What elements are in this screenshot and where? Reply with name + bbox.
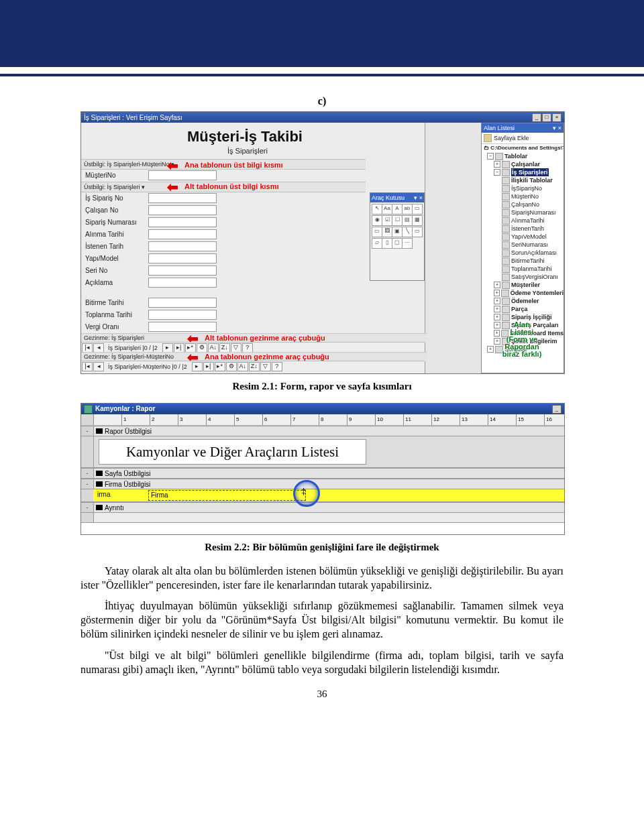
tree-node-selected[interactable]: −İş Siparişleri (484, 168, 564, 176)
tree-leaf[interactable]: SatışVergisiOranı (484, 273, 564, 281)
maximize-button[interactable]: □ (542, 113, 551, 122)
nav-help-icon[interactable]: ? (272, 362, 282, 371)
tool-textbox-icon[interactable]: ab (402, 204, 413, 215)
section-bar-detail[interactable]: - Ayrıntı (81, 502, 564, 513)
nav-last-icon[interactable]: ▸| (203, 362, 214, 371)
section-handle-icon[interactable] (96, 471, 103, 476)
nav-tool-icon[interactable]: ⚙ (226, 362, 237, 371)
tree-node-tables[interactable]: −Tablolar (484, 152, 564, 160)
tree-leaf[interactable]: İstenenTarih (484, 225, 564, 233)
close-icon[interactable]: × (558, 123, 561, 133)
expand-icon[interactable]: + (494, 290, 500, 296)
tool-label-aa-icon[interactable]: Aa (382, 204, 392, 215)
minimize-button[interactable]: _ (532, 113, 541, 122)
tool-group-icon[interactable]: ▭ (412, 204, 423, 215)
record-navigator-2[interactable]: |◂ ◂ İş Siparişleri-MüşteriNo |0 / |2 ▸ … (81, 361, 425, 371)
field-input[interactable] (148, 265, 217, 276)
field-input[interactable] (148, 193, 217, 203)
tool-tab-icon[interactable]: ▱ (372, 238, 382, 249)
minimize-button[interactable]: _ (552, 405, 561, 414)
tool-check-icon[interactable]: ☑ (382, 215, 392, 226)
tree-leaf[interactable]: BitirmeTarihi (484, 257, 564, 265)
close-icon[interactable]: × (419, 193, 423, 202)
field-input[interactable] (148, 278, 217, 288)
tool-frame-icon[interactable]: ▣ (392, 227, 402, 237)
close-button[interactable]: × (552, 113, 561, 122)
section-bar-page-header[interactable]: - Sayfa Üstbilgisi (81, 468, 564, 479)
collapse-icon[interactable]: − (494, 169, 500, 176)
toolbox-titlebar[interactable]: Araç Kutusu ▾ × (370, 193, 424, 202)
tool-label-a-icon[interactable]: A (392, 204, 402, 215)
tree-leaf[interactable]: SorunAçıklaması (484, 249, 564, 257)
tree-node[interactable]: +Müşteriler (484, 281, 564, 289)
field-input[interactable] (148, 322, 217, 332)
nav-sort-desc-icon[interactable]: Z↓ (249, 362, 260, 371)
tool-rect-icon[interactable]: ▭ (412, 227, 423, 237)
expand-icon[interactable]: + (494, 282, 500, 288)
nav-sort-asc-icon[interactable]: A↓ (237, 362, 248, 371)
nav-filter-icon[interactable]: ▽ (260, 362, 271, 371)
tool-pointer-icon[interactable]: ↖ (372, 204, 382, 215)
field-input[interactable] (148, 229, 217, 239)
tree-leaf[interactable]: YapıVeModel (484, 233, 564, 241)
expand-icon[interactable]: + (494, 314, 500, 320)
expand-icon[interactable]: + (494, 306, 500, 312)
nav-sort-asc-icon[interactable]: A↓ (208, 343, 219, 353)
expand-icon[interactable]: + (494, 161, 500, 168)
tree-leaf[interactable]: İşSiparişNo (484, 184, 564, 192)
tool-sub-icon[interactable]: ▢ (392, 238, 402, 249)
fieldlist-titlebar[interactable]: Alan Listesi ▾ × (482, 123, 564, 133)
tree-leaf[interactable]: İlişkili Tablolar (484, 176, 564, 184)
tree-node[interactable]: +Ödemeler (484, 297, 564, 305)
tree-leaf[interactable]: SiparişNumarası (484, 208, 564, 217)
field-input[interactable] (148, 310, 217, 320)
tree-leaf[interactable]: SeriNumarası (484, 241, 564, 249)
section-handle-icon[interactable] (96, 428, 103, 434)
tool-option-icon[interactable]: ◉ (372, 215, 382, 226)
tool-button-icon[interactable]: ▭ (372, 227, 382, 237)
tree-node[interactable]: +Çalışanlar (484, 160, 564, 168)
field-input[interactable] (148, 253, 217, 263)
firm-textbox[interactable]: Firma (148, 490, 306, 501)
tool-image-icon[interactable]: 🖼 (382, 227, 392, 237)
add-to-page-row[interactable]: Sayfaya Ekle (482, 133, 564, 144)
field-input[interactable] (148, 241, 217, 251)
collapse-icon[interactable]: − (487, 153, 494, 160)
tool-page-icon[interactable]: ▯ (382, 238, 392, 249)
nav-prev-icon[interactable]: ◂ (93, 343, 104, 353)
section-handle-icon[interactable] (96, 481, 103, 487)
tree-leaf[interactable]: AlınmaTarihi (484, 217, 564, 225)
field-input[interactable] (148, 205, 217, 215)
field-input[interactable] (148, 217, 217, 227)
nav-new-icon[interactable]: ▸* (215, 362, 225, 371)
tool-list-icon[interactable]: ▦ (412, 215, 423, 226)
tree-node[interactable]: +Parça (484, 305, 564, 313)
field-input[interactable] (148, 170, 217, 180)
field-input[interactable] (148, 298, 217, 308)
section-bar-report-header[interactable]: - Rapor Üstbilgisi (81, 426, 564, 436)
nav-first-icon[interactable]: |◂ (82, 362, 93, 371)
tool-more-icon[interactable]: ⋯ (402, 238, 413, 249)
tree-node[interactable]: +Ödeme Yöntemleri (484, 289, 564, 297)
tree-leaf[interactable]: MüşteriNo (484, 192, 564, 200)
nav-filter-icon[interactable]: ▽ (231, 343, 241, 353)
nav-help-icon[interactable]: ? (242, 343, 253, 353)
section-bar-firm-header[interactable]: - Firma Üstbilgisi (81, 479, 564, 489)
tool-line-icon[interactable]: ╲ (402, 227, 413, 237)
report-header-textbox[interactable]: Kamyonlar ve Diğer Araçların Listesi (99, 439, 366, 465)
nav-last-icon[interactable]: ▸| (174, 343, 184, 353)
nav-next-icon[interactable]: ▸ (192, 362, 203, 371)
nav-next-icon[interactable]: ▸ (162, 343, 173, 353)
toolbox-panel[interactable]: Araç Kutusu ▾ × ↖ Aa A ab ▭ ◉ ☑ ☐ ▤ ▦ ▭ … (370, 192, 425, 281)
tool-toggle-icon[interactable]: ☐ (392, 215, 402, 226)
nav-sort-desc-icon[interactable]: Z↓ (219, 343, 230, 353)
tool-combo-icon[interactable]: ▤ (402, 215, 413, 226)
dropdown-icon[interactable]: ▾ (414, 193, 417, 202)
section-handle-icon[interactable] (96, 505, 103, 510)
tree-leaf[interactable]: ToplanmaTarihi (484, 265, 564, 273)
expand-icon[interactable]: + (494, 298, 500, 304)
record-navigator-1[interactable]: |◂ ◂ İş Siparişleri |0 / |2 ▸ ▸| ▸* ⚙ A↓… (81, 342, 425, 353)
dropdown-icon[interactable]: ▾ (553, 123, 556, 133)
nav-first-icon[interactable]: |◂ (82, 343, 93, 353)
tree-leaf[interactable]: ÇalışanNo (484, 200, 564, 208)
